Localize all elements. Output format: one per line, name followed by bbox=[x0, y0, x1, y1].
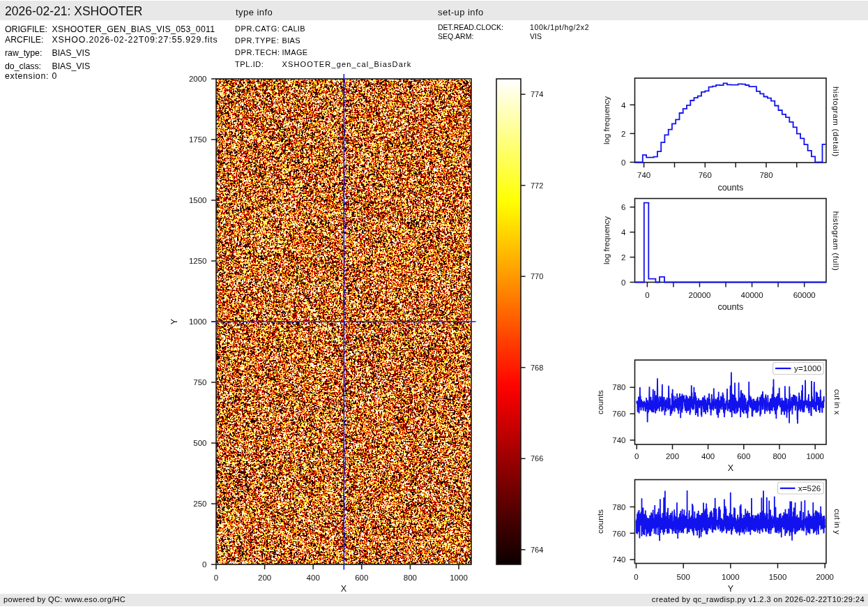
svg-text:772: 772 bbox=[531, 181, 543, 190]
svg-text:X: X bbox=[728, 463, 734, 473]
svg-text:760: 760 bbox=[612, 410, 625, 418]
svg-text:histogram (full): histogram (full) bbox=[832, 211, 840, 271]
svg-text:780: 780 bbox=[759, 171, 772, 179]
svg-text:500: 500 bbox=[193, 439, 206, 447]
svg-text:4: 4 bbox=[621, 228, 626, 237]
svg-text:1500: 1500 bbox=[769, 573, 787, 581]
svg-text:200: 200 bbox=[258, 574, 271, 582]
svg-text:log frequency: log frequency bbox=[602, 216, 611, 264]
svg-text:774: 774 bbox=[531, 90, 543, 98]
svg-text:1000: 1000 bbox=[450, 574, 468, 582]
svg-text:1250: 1250 bbox=[189, 257, 207, 265]
svg-text:counts: counts bbox=[595, 390, 605, 414]
svg-text:0: 0 bbox=[634, 573, 638, 581]
svg-text:780: 780 bbox=[612, 503, 625, 511]
svg-text:2000: 2000 bbox=[816, 573, 834, 581]
svg-text:40000: 40000 bbox=[741, 291, 763, 299]
svg-text:6: 6 bbox=[621, 203, 625, 211]
svg-text:1500: 1500 bbox=[189, 196, 207, 204]
svg-text:766: 766 bbox=[531, 454, 543, 463]
svg-text:counts: counts bbox=[595, 509, 605, 534]
svg-text:0: 0 bbox=[621, 278, 625, 287]
svg-text:500: 500 bbox=[677, 573, 690, 581]
svg-text:1000: 1000 bbox=[806, 452, 824, 460]
svg-text:X: X bbox=[341, 584, 347, 594]
svg-text:2: 2 bbox=[621, 130, 625, 138]
svg-text:780: 780 bbox=[612, 383, 625, 391]
svg-text:histogram (detail): histogram (detail) bbox=[832, 87, 840, 157]
svg-text:740: 740 bbox=[612, 555, 625, 564]
svg-text:y=1000: y=1000 bbox=[794, 364, 821, 373]
svg-text:770: 770 bbox=[531, 272, 543, 280]
svg-text:1750: 1750 bbox=[189, 135, 207, 144]
svg-text:0: 0 bbox=[645, 291, 649, 299]
svg-text:4: 4 bbox=[621, 101, 626, 110]
svg-text:2000: 2000 bbox=[189, 75, 207, 83]
svg-text:600: 600 bbox=[737, 452, 750, 460]
svg-text:Y: Y bbox=[728, 584, 734, 594]
svg-text:Y: Y bbox=[169, 318, 179, 324]
svg-text:1000: 1000 bbox=[189, 317, 207, 326]
svg-text:400: 400 bbox=[307, 574, 320, 582]
svg-text:740: 740 bbox=[612, 436, 625, 444]
svg-text:250: 250 bbox=[193, 500, 206, 508]
svg-text:0: 0 bbox=[214, 574, 218, 582]
svg-text:0: 0 bbox=[634, 452, 639, 460]
svg-text:20000: 20000 bbox=[689, 291, 711, 299]
svg-text:764: 764 bbox=[531, 546, 543, 554]
svg-text:0: 0 bbox=[621, 158, 625, 167]
svg-text:800: 800 bbox=[404, 574, 417, 582]
svg-text:counts: counts bbox=[717, 183, 743, 193]
svg-text:60000: 60000 bbox=[793, 291, 816, 299]
svg-text:0: 0 bbox=[202, 560, 206, 569]
svg-text:cut in y: cut in y bbox=[833, 509, 842, 534]
svg-text:600: 600 bbox=[355, 574, 368, 582]
svg-text:768: 768 bbox=[531, 364, 543, 372]
svg-text:x=526: x=526 bbox=[798, 484, 821, 493]
svg-text:740: 740 bbox=[637, 171, 650, 179]
svg-text:760: 760 bbox=[699, 171, 712, 179]
svg-text:counts: counts bbox=[717, 302, 743, 312]
svg-text:760: 760 bbox=[612, 530, 625, 538]
svg-text:1000: 1000 bbox=[722, 573, 740, 581]
svg-text:2: 2 bbox=[621, 253, 625, 262]
svg-text:800: 800 bbox=[772, 452, 786, 460]
svg-text:400: 400 bbox=[701, 452, 715, 460]
svg-text:cut in x: cut in x bbox=[833, 389, 842, 415]
svg-text:750: 750 bbox=[193, 378, 206, 387]
svg-text:log frequency: log frequency bbox=[602, 96, 611, 144]
svg-text:200: 200 bbox=[666, 452, 679, 460]
